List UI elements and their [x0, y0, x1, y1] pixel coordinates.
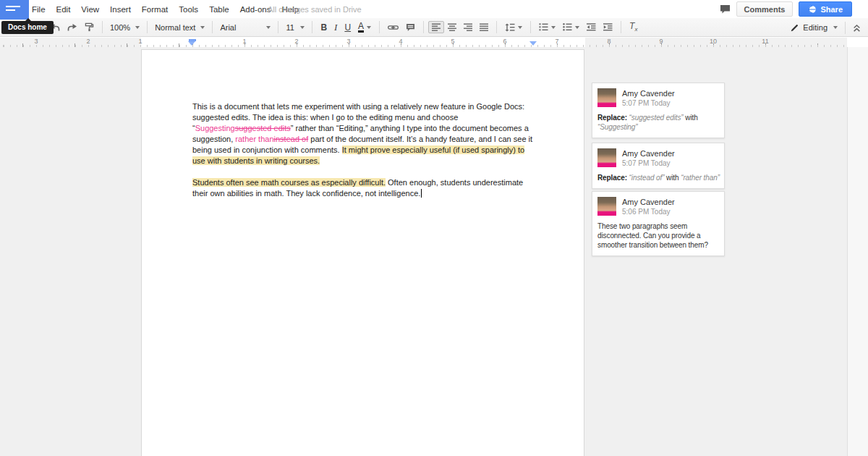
toolbar-separator [212, 21, 213, 33]
align-center-button[interactable] [444, 21, 460, 33]
text-line: suggestion, rather thaninstead of part o… [192, 134, 532, 145]
text-line: “Suggestingsuggested edits” rather than … [192, 123, 532, 134]
menu-table[interactable]: Table [209, 5, 229, 14]
zoom-select[interactable]: 100% [107, 22, 142, 33]
font-size-select[interactable]: 11 [283, 22, 307, 33]
text-segment: part of the document itself. It’s a hand… [308, 135, 532, 143]
toolbar-separator [423, 21, 424, 33]
mode-select[interactable]: Editing [803, 23, 827, 32]
underline-button[interactable]: U [341, 20, 354, 35]
menu-file[interactable]: File [32, 5, 46, 14]
decrease-indent-button[interactable] [583, 21, 600, 33]
document-page[interactable]: This is a document that lets me experime… [141, 49, 584, 456]
toolbar-separator [530, 21, 531, 33]
comment-header: Amy Cavender5:06 PM Today [597, 197, 720, 216]
toolbar-separator [278, 21, 278, 33]
comment-bubble-icon[interactable] [720, 4, 731, 14]
toolbar-separator [312, 21, 312, 33]
underline-icon: U [344, 22, 351, 33]
menu-edit[interactable]: Edit [56, 5, 71, 14]
align-right-button[interactable] [460, 21, 476, 33]
ruler-number: 11 [762, 38, 768, 45]
vertical-scrollbar[interactable] [847, 47, 868, 456]
font-family-select[interactable]: Arial [217, 22, 273, 33]
text-line: suggested edits. The idea is this: when … [192, 112, 532, 123]
paragraph-style-select[interactable]: Normal text [152, 22, 208, 33]
share-globe-icon [808, 5, 817, 14]
align-left-button[interactable] [428, 21, 444, 33]
text-line: their own abilities in math. They lack c… [192, 188, 532, 199]
text-cursor [421, 189, 422, 198]
save-status: All changes saved in Drive [268, 0, 362, 18]
comment-card[interactable]: Amy Cavender5:07 PM TodayReplace: “inste… [592, 143, 725, 189]
italic-icon: I [334, 22, 337, 33]
numbered-list-button[interactable] [535, 21, 559, 33]
comment-header: Amy Cavender5:07 PM Today [597, 148, 720, 168]
pencil-icon [791, 24, 799, 32]
paragraph: This is a document that lets me experime… [192, 101, 532, 166]
chevron-down-icon [367, 26, 371, 29]
redo-button[interactable] [64, 21, 81, 34]
text-segment: This is a document that lets me experime… [192, 102, 524, 111]
ruler-number: 4 [399, 38, 402, 45]
bulleted-list-button[interactable] [559, 21, 583, 33]
line-spacing-icon [505, 23, 515, 32]
insert-comment-button[interactable] [402, 21, 419, 34]
text-color-button[interactable]: A [354, 20, 375, 35]
text-line: being used in conjunction with comments.… [192, 145, 532, 156]
text-segment: rather than [235, 135, 273, 143]
ruler-number: 8 [607, 38, 610, 45]
comment-text-segment: Replace: [597, 114, 627, 122]
ruler: 3211234567891011 [0, 38, 847, 47]
toolbar-separator [621, 21, 621, 33]
docs-home-button[interactable] [0, 0, 29, 20]
comment-card[interactable]: Amy Cavender5:06 PM TodayThese two parag… [592, 191, 725, 256]
chevron-down-icon [518, 26, 522, 29]
comment-author: Amy Cavender [622, 88, 675, 98]
insert-comment-icon [406, 23, 415, 32]
menu-bar: FileEditViewInsertFormatToolsTableAdd-on… [0, 0, 868, 18]
comment-text-segment: “instead of” [629, 174, 665, 182]
comment-text-segment: with [684, 114, 698, 122]
comment-card[interactable]: Amy Cavender5:07 PM TodayReplace: “sugge… [592, 83, 725, 138]
clear-formatting-button[interactable]: Tx [626, 19, 641, 35]
bulleted-list-icon [563, 23, 572, 31]
bold-button[interactable]: B [317, 20, 331, 35]
insert-link-button[interactable] [384, 22, 402, 33]
line-spacing-button[interactable] [501, 21, 526, 34]
text-segment: being used in conjunction with comments. [192, 145, 342, 154]
paragraph-style-value: Normal text [155, 23, 195, 32]
ruler-number: 1 [242, 38, 246, 45]
menu-format[interactable]: Format [142, 5, 168, 14]
ruler-number: 2 [86, 38, 90, 45]
text-segment: Often enough, students underestimate [386, 178, 523, 187]
share-button[interactable]: Share [799, 1, 852, 17]
menu-view[interactable]: View [81, 5, 99, 14]
comment-author: Amy Cavender [622, 197, 675, 207]
align-justify-button[interactable] [476, 21, 492, 33]
chevron-down-icon [266, 26, 271, 29]
text-segment: suggestion, [192, 135, 235, 143]
toolbar-separator [379, 21, 380, 33]
paint-format-button[interactable] [81, 20, 98, 34]
google-docs-app: FileEditViewInsertFormatToolsTableAdd-on… [0, 0, 868, 456]
collapse-toolbar-button[interactable] [853, 24, 861, 32]
increase-indent-icon [603, 23, 613, 31]
menu-tools[interactable]: Tools [179, 5, 198, 14]
comments-button-label: Comments [744, 5, 786, 14]
right-indent-marker[interactable] [529, 41, 537, 46]
chevron-down-icon [300, 26, 305, 29]
increase-indent-button[interactable] [600, 21, 616, 33]
left-indent-marker[interactable] [189, 39, 196, 46]
document-text[interactable]: This is a document that lets me experime… [192, 101, 532, 210]
comment-body: Replace: “instead of” with “rather than” [597, 173, 720, 182]
clear-formatting-icon: Tx [629, 21, 637, 33]
menu-insert[interactable]: Insert [110, 5, 131, 14]
menu-addons[interactable]: Add-ons [240, 5, 271, 14]
text-line: use with students in writing courses. [192, 156, 532, 166]
toolbar-separator [102, 21, 103, 33]
text-color-icon: A [358, 22, 364, 33]
comments-button[interactable]: Comments [736, 1, 793, 17]
italic-button[interactable]: I [331, 20, 341, 35]
chevron-down-icon [200, 26, 205, 29]
